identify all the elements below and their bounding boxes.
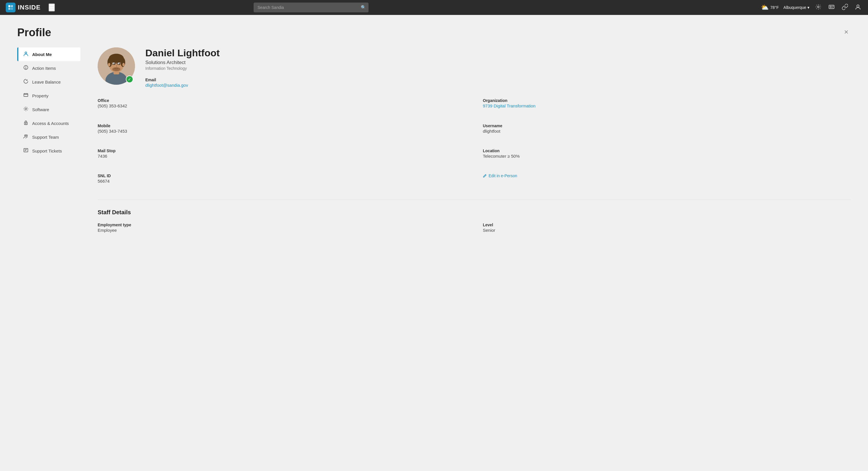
- profile-name-block: Daniel Lightfoot Solutions Architect Inf…: [145, 48, 220, 88]
- svg-point-38: [114, 63, 115, 64]
- svg-rect-3: [11, 8, 13, 10]
- svg-point-34: [108, 63, 110, 66]
- sidebar-item-property[interactable]: Property: [17, 89, 81, 102]
- search-button[interactable]: 🔍: [361, 5, 366, 10]
- snlid-field: SNL ID 56674: [98, 174, 466, 184]
- sidebar-item-label: About Me: [32, 52, 52, 57]
- support-tickets-icon: [23, 148, 29, 154]
- employment-type-value: Employee: [98, 228, 466, 232]
- edit-eperson-field: Edit in e-Person: [483, 174, 851, 184]
- profile-name: Daniel Lightfoot: [145, 48, 220, 59]
- support-team-icon: [23, 134, 29, 140]
- close-button[interactable]: ×: [842, 26, 851, 38]
- svg-point-6: [830, 6, 831, 7]
- hamburger-button[interactable]: ☰: [49, 3, 55, 11]
- access-accounts-icon: [23, 120, 29, 126]
- page-header: Profile ×: [17, 26, 851, 39]
- sidebar-item-label: Leave Balance: [32, 80, 61, 85]
- organization-value[interactable]: 9739 Digital Transformation: [483, 103, 535, 108]
- about-me-icon: [23, 51, 29, 57]
- mobile-value: (505) 343-7453: [98, 129, 466, 133]
- office-label: Office: [98, 98, 466, 103]
- level-field: Level Senior: [483, 223, 851, 232]
- username-field: Username dlightfoot: [483, 124, 851, 133]
- search-input[interactable]: [254, 3, 369, 12]
- email-value[interactable]: dlightfoot@sandia.gov: [145, 83, 188, 88]
- svg-rect-0: [8, 5, 10, 7]
- logo-icon: [6, 3, 16, 12]
- page-title: Profile: [17, 26, 51, 39]
- app-logo[interactable]: INSIDE: [6, 3, 40, 12]
- edit-eperson-label: Edit in e-Person: [489, 174, 517, 178]
- svg-point-4: [817, 6, 819, 8]
- action-items-icon: [23, 65, 29, 71]
- mobile-label: Mobile: [98, 124, 466, 128]
- id-card-button[interactable]: [827, 3, 836, 13]
- location-button[interactable]: Albuquerque ▾: [783, 5, 809, 10]
- svg-point-10: [25, 52, 27, 54]
- topnav-right: ⛅ 78°F Albuquerque ▾: [761, 3, 862, 13]
- svg-rect-15: [24, 94, 28, 96]
- sidebar-item-label: Support Tickets: [32, 149, 62, 153]
- location-value: Telecomuter ≥ 50%: [483, 154, 851, 159]
- user-button[interactable]: [854, 3, 862, 13]
- sidebar-item-software[interactable]: Software: [17, 102, 81, 116]
- mobile-field: Mobile (505) 343-7453: [98, 124, 466, 133]
- location-label: Albuquerque: [783, 5, 806, 10]
- location-field: Location Telecomuter ≥ 50%: [483, 149, 851, 159]
- fields-grid: Office (505) 353-6342 Organization 9739 …: [98, 98, 851, 190]
- sidebar-item-support-tickets[interactable]: Support Tickets: [17, 144, 81, 158]
- main-content: Profile × About Me: [0, 15, 868, 471]
- settings-button[interactable]: [814, 3, 823, 13]
- profile-job-title: Solutions Architect: [145, 60, 220, 65]
- weather-widget: ⛅ 78°F: [761, 4, 779, 11]
- search-container: 🔍: [254, 3, 369, 12]
- organization-field: Organization 9739 Digital Transformation: [483, 98, 851, 108]
- profile-layout: About Me Action Items: [17, 48, 851, 245]
- office-value: (505) 353-6342: [98, 103, 466, 108]
- svg-rect-2: [8, 8, 10, 10]
- sidebar-item-label: Action Items: [32, 66, 56, 71]
- app-name: INSIDE: [18, 4, 40, 11]
- employment-type-field: Employment type Employee: [98, 223, 466, 232]
- email-label: Email: [145, 77, 220, 82]
- avatar-wrap: ✓: [98, 48, 135, 85]
- sidebar-item-about-me[interactable]: About Me: [17, 48, 81, 61]
- sidebar-item-label: Software: [32, 107, 49, 112]
- edit-eperson-link[interactable]: Edit in e-Person: [483, 174, 517, 178]
- sidebar-item-access-accounts[interactable]: Access & Accounts: [17, 116, 81, 130]
- staff-details-section: Staff Details Employment type Employee L…: [98, 209, 851, 240]
- section-divider: [98, 199, 851, 200]
- svg-point-23: [26, 135, 28, 136]
- profile-header: ✓ Daniel Lightfoot Solutions Architect I…: [98, 48, 851, 88]
- mailstop-value: 7436: [98, 154, 466, 159]
- topnav: INSIDE ☰ 🔍 ⛅ 78°F Albuquerque ▾: [0, 0, 868, 15]
- username-value: dlightfoot: [483, 129, 851, 133]
- sidebar-item-label: Access & Accounts: [32, 121, 69, 126]
- username-label: Username: [483, 124, 851, 128]
- employment-type-label: Employment type: [98, 223, 466, 227]
- level-value: Senior: [483, 228, 851, 232]
- profile-sidebar: About Me Action Items: [17, 48, 81, 245]
- snlid-value: 56674: [98, 179, 466, 184]
- svg-point-43: [112, 67, 120, 71]
- level-label: Level: [483, 223, 851, 227]
- mailstop-field: Mail Stop 7436: [98, 149, 466, 159]
- link-button[interactable]: [840, 3, 849, 13]
- mailstop-label: Mail Stop: [98, 149, 466, 153]
- property-icon: [23, 92, 29, 99]
- temperature: 78°F: [770, 5, 779, 10]
- svg-rect-1: [11, 5, 13, 7]
- sidebar-item-support-team[interactable]: Support Team: [17, 130, 81, 144]
- sidebar-item-leave-balance[interactable]: Leave Balance: [17, 75, 81, 89]
- software-icon: [23, 106, 29, 113]
- profile-main: ✓ Daniel Lightfoot Solutions Architect I…: [81, 48, 851, 245]
- sidebar-item-action-items[interactable]: Action Items: [17, 61, 81, 75]
- svg-point-35: [122, 63, 125, 66]
- staff-fields-grid: Employment type Employee Level Senior: [98, 223, 851, 240]
- profile-department: Information Technology: [145, 66, 220, 71]
- svg-point-19: [25, 108, 27, 110]
- svg-point-13: [26, 68, 26, 69]
- sidebar-item-label: Support Team: [32, 135, 59, 139]
- svg-point-9: [857, 5, 859, 7]
